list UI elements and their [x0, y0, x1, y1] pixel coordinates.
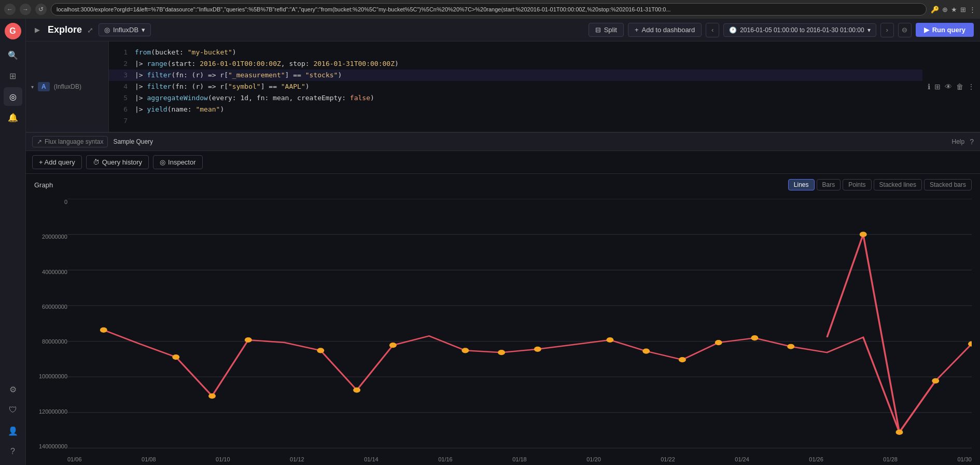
data-point-18 — [896, 430, 903, 435]
code-line-4: 4 |> filter(fn: (r) => r["symbol"] == "A… — [109, 81, 922, 92]
query-collapse-arrow[interactable]: ▾ — [31, 84, 34, 90]
time-range-back-button[interactable]: ‹ — [706, 23, 719, 37]
search-icon: 🔍 — [8, 50, 18, 60]
datasource-selector[interactable]: ◎ InfluxDB ▾ — [99, 23, 151, 36]
time-range-forward-button[interactable]: › — [880, 23, 894, 37]
browser-back-button[interactable]: ← — [4, 4, 16, 15]
page-title: Explore — [48, 24, 82, 35]
sidebar-item-shield[interactable]: 🛡 — [4, 401, 22, 419]
clock-icon: 🕐 — [729, 26, 737, 34]
sidebar-item-search[interactable]: 🔍 — [4, 46, 22, 64]
x-label-0112: 01/12 — [290, 456, 304, 462]
y-label-4: 60000000 — [31, 304, 67, 310]
graph-type-stacked-bars-button[interactable]: Stacked bars — [924, 179, 972, 190]
query-datasource: (InfluxDB) — [54, 83, 81, 90]
explore-icon: ◎ — [9, 92, 17, 102]
browser-icon-4[interactable]: ⊞ — [960, 6, 966, 13]
graph-type-points-button[interactable]: Points — [843, 179, 871, 190]
x-label-0114: 01/14 — [364, 456, 379, 462]
inspector-button[interactable]: ◎ Inspector — [153, 155, 202, 169]
add-query-button[interactable]: + Add query — [32, 155, 82, 169]
dashboards-icon: ⊞ — [9, 71, 16, 81]
code-line-6: 6 |> yield(name: "mean") — [109, 104, 922, 115]
query-delete-icon[interactable]: 🗑 — [956, 83, 963, 91]
x-label-0110: 01/10 — [216, 456, 230, 462]
code-editor[interactable]: 1 from(bucket: "my-bucket") 2 |> range(s… — [109, 42, 922, 132]
browser-icon-3[interactable]: ★ — [951, 6, 957, 13]
editor-footer: ↗ Flux language syntax Sample Query Help… — [26, 132, 980, 151]
query-history-button[interactable]: ⏱ Query history — [86, 155, 149, 169]
data-point-9 — [498, 350, 505, 355]
sidebar: G 🔍 ⊞ ◎ 🔔 ⚙ 🛡 👤 ? — [0, 19, 26, 465]
x-label-0108: 01/08 — [142, 456, 156, 462]
graph-type-stacked-lines-button[interactable]: Stacked lines — [874, 179, 922, 190]
data-point-4 — [245, 337, 252, 343]
y-label-7: 0 — [31, 199, 67, 205]
datasource-name: InfluxDB — [113, 26, 138, 34]
url-text: localhost:3000/explore?orgId=1&left=%7B"… — [57, 6, 671, 12]
flux-syntax-link[interactable]: ↗ Flux language syntax — [32, 136, 108, 147]
help-text[interactable]: Help — [952, 138, 965, 145]
browser-icon-2[interactable]: ⊕ — [942, 6, 948, 13]
sidebar-item-help[interactable]: ? — [4, 442, 22, 461]
line-chart-polyline — [104, 330, 972, 432]
y-label-0: 140000000 — [31, 443, 67, 449]
profile-icon: 👤 — [8, 426, 18, 436]
data-point-5 — [317, 348, 324, 353]
app-logo: G — [5, 23, 21, 39]
browser-reload-button[interactable]: ↺ — [35, 4, 47, 15]
data-point-15 — [751, 335, 758, 340]
x-label-0120: 01/20 — [586, 456, 601, 462]
add-to-dashboard-button[interactable]: + Add to dashboard — [628, 23, 702, 37]
zoom-out-button[interactable]: ⊖ — [898, 23, 912, 37]
sidebar-collapse-button[interactable]: ▶ — [32, 25, 43, 35]
browser-chrome: ← → ↺ localhost:3000/explore?orgId=1&lef… — [0, 0, 980, 19]
query-label: A — [38, 82, 50, 91]
query-expand-icon[interactable]: ⊞ — [934, 83, 941, 91]
code-line-1: 1 from(bucket: "my-bucket") — [109, 47, 922, 58]
x-label-0116: 01/16 — [438, 456, 453, 462]
x-axis: 01/06 01/08 01/10 01/12 01/14 01/16 01/1… — [67, 456, 972, 462]
browser-icon-1[interactable]: 🔑 — [931, 6, 939, 13]
sidebar-item-dashboards[interactable]: ⊞ — [4, 66, 22, 85]
time-range-picker[interactable]: 🕐 2016-01-05 01:00:00 to 2016-01-30 01:0… — [723, 23, 876, 37]
query-info-icon[interactable]: ℹ — [928, 83, 930, 91]
browser-url-bar[interactable]: localhost:3000/explore?orgId=1&left=%7B"… — [51, 3, 927, 16]
sidebar-item-alerting[interactable]: 🔔 — [4, 108, 22, 127]
line-chart-peak — [827, 235, 935, 432]
browser-icon-5[interactable]: ⋮ — [969, 6, 976, 13]
run-query-button[interactable]: ▶ Run query — [916, 23, 974, 37]
data-point-1 — [100, 327, 107, 333]
external-link-icon: ↗ — [37, 138, 42, 145]
share-icon-button[interactable]: ⤢ — [87, 26, 93, 34]
code-line-5: 5 |> aggregateWindow(every: 1d, fn: mean… — [109, 92, 922, 104]
browser-forward-button[interactable]: → — [20, 4, 31, 15]
run-icon: ▶ — [924, 26, 929, 34]
datasource-icon: ◎ — [104, 26, 110, 34]
code-line-7: 7 — [109, 115, 922, 127]
graph-type-lines-button[interactable]: Lines — [788, 179, 815, 190]
query-eye-icon[interactable]: 👁 — [945, 83, 952, 91]
sidebar-item-settings[interactable]: ⚙ — [4, 380, 22, 399]
graph-type-bars-button[interactable]: Bars — [817, 179, 841, 190]
help-question-icon[interactable]: ? — [970, 138, 974, 146]
split-icon: ⊟ — [595, 26, 601, 34]
query-more-icon[interactable]: ⋮ — [968, 83, 975, 91]
split-button[interactable]: ⊟ Split — [589, 23, 624, 37]
data-point-16 — [787, 344, 794, 349]
y-label-5: 40000000 — [31, 269, 67, 275]
sidebar-item-explore[interactable]: ◎ — [4, 87, 22, 106]
data-point-10 — [534, 347, 541, 352]
sample-query-button[interactable]: Sample Query — [113, 138, 153, 145]
sidebar-item-profile[interactable]: 👤 — [4, 421, 22, 440]
time-range-dropdown-icon: ▾ — [867, 26, 871, 34]
x-label-0118: 01/18 — [512, 456, 527, 462]
x-label-0106: 01/06 — [67, 456, 82, 462]
query-area: ▾ A (InfluxDB) 1 from(bucket: "my-bucket… — [26, 42, 980, 132]
chart-container: 140000000 120000000 100000000 80000000 6… — [26, 194, 980, 465]
code-line-3: 3 |> filter(fn: (r) => r["_measurement"]… — [109, 70, 922, 81]
main-content: ▶ Explore ⤢ ◎ InfluxDB ▾ ⊟ Split + Add t… — [26, 19, 980, 465]
data-point-17 — [860, 232, 867, 237]
y-label-3: 80000000 — [31, 338, 67, 345]
graph-type-buttons: Lines Bars Points Stacked lines Stacked … — [788, 179, 972, 190]
